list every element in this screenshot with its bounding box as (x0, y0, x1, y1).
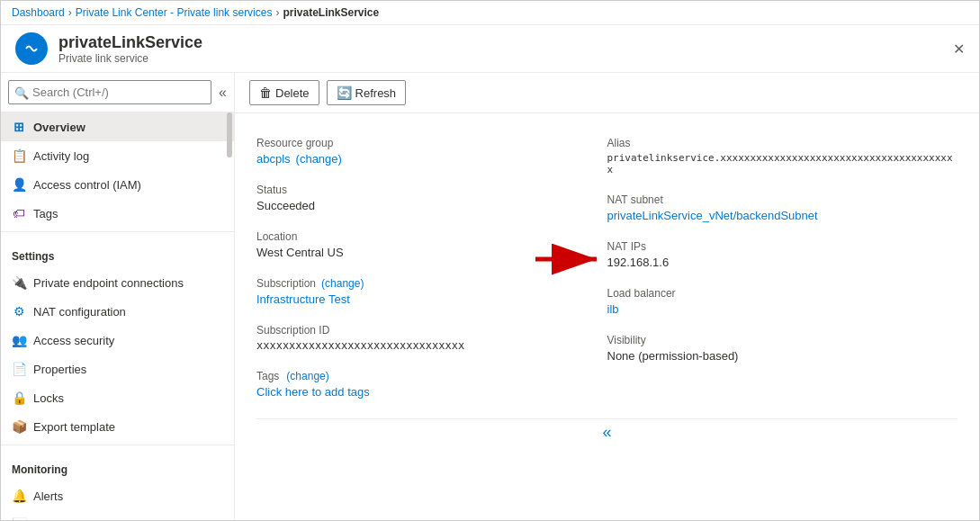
status-item: Status Succeeded (256, 175, 607, 221)
tags-label-row: Tags (change) (256, 370, 607, 382)
breadcrumb-current: privateLinkService (283, 6, 379, 19)
breadcrumb: Dashboard › Private Link Center - Privat… (1, 1, 979, 25)
nav-label-metrics: Metrics (33, 518, 71, 521)
search-icon: 🔍 (14, 85, 29, 99)
nav-item-metrics[interactable]: 📊 Metrics (1, 510, 234, 520)
page-header: privateLinkService Private link service … (1, 25, 979, 73)
nat-subnet-label: NAT subnet (607, 193, 958, 206)
export-template-icon: 📦 (12, 419, 26, 434)
load-balancer-value[interactable]: ilb (607, 302, 619, 316)
nav-item-access-security[interactable]: 👥 Access security (1, 326, 234, 355)
nat-ips-label: NAT IPs (607, 240, 958, 253)
visibility-label: Visibility (607, 334, 958, 346)
breadcrumb-private-link[interactable]: Private Link Center - Private link servi… (76, 6, 273, 19)
nat-ips-value: 192.168.1.6 (607, 256, 958, 269)
nav-label-tags: Tags (33, 207, 58, 220)
nav-label-access-control: Access control (IAM) (33, 178, 141, 192)
nav-item-properties[interactable]: 📄 Properties (1, 355, 234, 383)
refresh-icon: 🔄 (337, 85, 352, 100)
service-title: privateLinkService (58, 33, 202, 52)
breadcrumb-dashboard[interactable]: Dashboard (12, 6, 65, 19)
overview-icon: ⊞ (12, 120, 26, 134)
nat-ips-item: NAT IPs 192.168.1.6 (607, 231, 958, 278)
sidebar: 🔍 « ⊞ Overview 📋 Activity log (1, 73, 235, 520)
nav-label-properties: Properties (33, 363, 86, 376)
resource-group-value[interactable]: abcpls (256, 152, 291, 166)
right-column: Alias privatelinkservice.xxxxxxxxxxxxxxx… (607, 128, 958, 408)
status-label: Status (256, 184, 607, 196)
arrow-indicator (535, 243, 607, 278)
alias-label: Alias (607, 137, 958, 149)
nav-label-alerts: Alerts (33, 490, 63, 503)
nav-item-nat-config[interactable]: ⚙ NAT configuration (1, 297, 234, 326)
nav-area: ⊞ Overview 📋 Activity log 👤 Access contr… (1, 112, 234, 520)
alias-value: privatelinkservice.xxxxxxxxxxxxxxxxxxxxx… (607, 152, 958, 175)
properties-icon: 📄 (12, 362, 26, 376)
alias-item: Alias privatelinkservice.xxxxxxxxxxxxxxx… (607, 128, 958, 184)
toolbar: 🗑 Delete 🔄 Refresh (235, 73, 979, 113)
subscription-change[interactable]: (change) (321, 277, 364, 290)
resource-group-label: Resource group (256, 137, 607, 149)
tags-add-link[interactable]: Click here to add tags (256, 385, 370, 399)
metrics-icon: 📊 (12, 517, 26, 520)
close-button[interactable]: ✕ (953, 40, 965, 58)
nav-item-export-template[interactable]: 📦 Export template (1, 412, 234, 441)
nav-item-tags[interactable]: 🏷 Tags (1, 199, 234, 228)
subscription-id-item: Subscription ID xxxxxxxxxxxxxxxxxxxxxxxx… (256, 315, 607, 361)
private-endpoint-icon: 🔌 (12, 275, 26, 290)
load-balancer-label: Load balancer (607, 287, 958, 300)
content-area: 🗑 Delete 🔄 Refresh Resource group (235, 73, 979, 520)
access-control-icon: 👤 (12, 177, 26, 192)
nav-item-access-control[interactable]: 👤 Access control (IAM) (1, 170, 234, 199)
resource-group-change[interactable]: (change) (296, 152, 342, 166)
nav-label-nat-config: NAT configuration (33, 305, 126, 319)
nav-item-locks[interactable]: 🔒 Locks (1, 383, 234, 412)
settings-section-title: Settings (1, 236, 234, 268)
nav-label-overview: Overview (33, 121, 85, 134)
tags-icon: 🏷 (12, 206, 26, 220)
sidebar-search-row: 🔍 « (1, 73, 234, 112)
subscription-value[interactable]: Infrastructure Test (256, 292, 607, 306)
collapse-chevron-icon[interactable]: « (219, 85, 227, 101)
visibility-value: None (permission-based) (607, 349, 958, 363)
nat-subnet-value[interactable]: privateLinkService_vNet/backendSubnet (607, 209, 818, 222)
service-subtitle: Private link service (58, 52, 202, 65)
nav-item-alerts[interactable]: 🔔 Alerts (1, 481, 234, 510)
nav-divider-1 (1, 231, 234, 232)
delete-button[interactable]: 🗑 Delete (249, 80, 319, 105)
subscription-label: Subscription (256, 277, 316, 290)
refresh-label: Refresh (355, 86, 397, 100)
nav-label-activity-log: Activity log (33, 149, 89, 163)
nat-config-icon: ⚙ (12, 304, 26, 319)
location-label: Location (256, 230, 607, 243)
tags-item: Tags (change) Click here to add tags (256, 361, 607, 408)
search-input[interactable] (8, 80, 211, 104)
breadcrumb-sep-2: › (275, 6, 279, 19)
nav-label-export-template: Export template (33, 420, 115, 434)
details-grid: Resource group abcpls (change) Status Su… (256, 128, 958, 408)
nav-label-private-endpoint: Private endpoint connections (33, 276, 184, 290)
search-wrap: 🔍 (8, 80, 211, 104)
breadcrumb-sep-1: › (68, 6, 72, 19)
header-title-group: privateLinkService Private link service (58, 33, 202, 65)
scroll-indicator (227, 112, 232, 157)
main-layout: 🔍 « ⊞ Overview 📋 Activity log (1, 73, 979, 520)
monitoring-section-title: Monitoring (1, 449, 234, 481)
app-container: Dashboard › Private Link Center - Privat… (0, 0, 980, 521)
delete-icon: 🗑 (259, 85, 272, 100)
refresh-button[interactable]: 🔄 Refresh (327, 80, 407, 105)
collapse-button[interactable]: « (602, 423, 611, 442)
status-value: Succeeded (256, 199, 607, 212)
locks-icon: 🔒 (12, 391, 26, 405)
nav-item-activity-log[interactable]: 📋 Activity log (1, 141, 234, 170)
activity-log-icon: 📋 (12, 148, 26, 163)
subscription-label-row: Subscription (change) (256, 277, 607, 290)
nav-item-private-endpoint[interactable]: 🔌 Private endpoint connections (1, 268, 234, 297)
nav-item-overview[interactable]: ⊞ Overview (1, 112, 234, 141)
tags-change[interactable]: (change) (286, 370, 328, 382)
service-icon (15, 32, 48, 65)
subscription-id-value: xxxxxxxxxxxxxxxxxxxxxxxxxxxxxxxx (256, 339, 607, 352)
access-security-icon: 👥 (12, 333, 26, 347)
nat-subnet-item: NAT subnet privateLinkService_vNet/backe… (607, 184, 958, 231)
nav-label-locks: Locks (33, 391, 64, 405)
